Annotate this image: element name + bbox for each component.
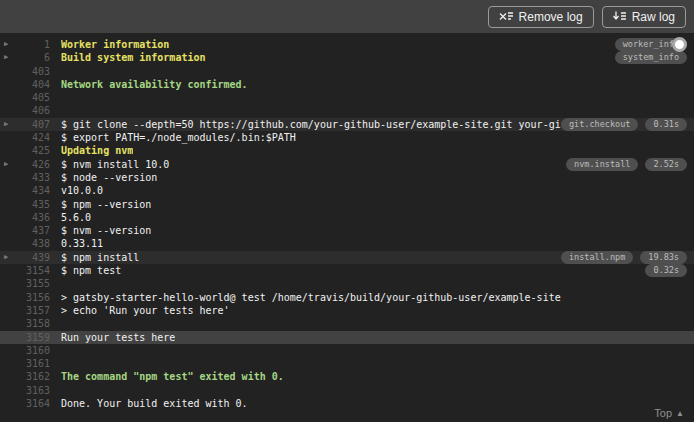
log-row: 405 [0,91,694,104]
line-number[interactable]: 3157 [16,304,50,317]
log-row: 3163 [0,384,694,397]
log-row: 3154$ npm test0.32s [0,264,694,277]
download-list-icon [613,11,626,22]
line-number[interactable]: 433 [16,171,50,184]
line-number[interactable]: 439 [16,251,50,264]
line-number[interactable]: 3154 [16,264,50,277]
log-row: ▶439$ npm installinstall.npm19.83s [0,251,694,264]
row-badges: system_info [615,51,694,64]
log-text: 5.6.0 [61,211,91,224]
line-number[interactable]: 403 [16,65,50,78]
remove-log-icon [499,11,513,22]
log-row: 3162The command "npm test" exited with 0… [0,370,694,383]
line-number[interactable]: 407 [16,118,50,131]
log-row: 433$ node --version [0,171,694,184]
log-text: Done. Your build exited with 0. [61,397,248,410]
log-text: v10.0.0 [61,184,103,197]
line-number[interactable]: 426 [16,158,50,171]
log-text: Network availability confirmed. [61,78,248,91]
log-text: $ nvm install 10.0 [61,158,169,171]
line-number[interactable]: 3156 [16,291,50,304]
line-number[interactable]: 3159 [16,331,50,344]
log-row: 4365.6.0 [0,211,694,224]
log-text: $ export PATH=./node_modules/.bin:$PATH [61,131,296,144]
log-text: The command "npm test" exited with 0. [61,370,284,383]
log-text: Worker information [61,38,169,51]
log-text: Build system information [61,51,206,64]
scroll-indicator[interactable] [672,37,687,52]
log-text: > gatsby-starter-hello-world@ test /home… [61,291,561,304]
fold-arrow-icon[interactable]: ▶ [0,158,16,171]
line-number[interactable]: 437 [16,224,50,237]
line-number[interactable]: 3164 [16,397,50,410]
line-number[interactable]: 406 [16,104,50,117]
line-number[interactable]: 425 [16,144,50,157]
log-text: > echo 'Run your tests here' [61,304,230,317]
line-number[interactable]: 436 [16,211,50,224]
log-row: 425Updating nvm [0,144,694,157]
fold-arrow-icon[interactable]: ▶ [0,118,16,131]
log-row: 434v10.0.0 [0,184,694,197]
log-row: 3156> gatsby-starter-hello-world@ test /… [0,291,694,304]
log-row: 4380.33.11 [0,237,694,250]
log-row: 3158 [0,317,694,330]
duration-badge: 19.83s [640,251,687,264]
raw-log-button[interactable]: Raw log [602,6,686,28]
log-row: 404Network availability confirmed. [0,78,694,91]
line-number[interactable]: 435 [16,198,50,211]
log-row: 3159Run your tests here [0,331,694,344]
line-number[interactable]: 404 [16,78,50,91]
log-row: 437$ nvm --version [0,224,694,237]
fold-arrow-icon[interactable]: ▶ [0,51,16,64]
log-row: ▶426$ nvm install 10.0nvm.install2.52s [0,158,694,171]
line-number[interactable]: 3155 [16,277,50,290]
line-number[interactable]: 3158 [16,317,50,330]
log-text: $ npm test [61,264,121,277]
raw-log-label: Raw log [632,10,675,24]
line-number[interactable]: 3161 [16,357,50,370]
log-row: ▶407$ git clone --depth=50 https://githu… [0,118,694,131]
duration-badge: 2.52s [645,158,687,171]
log-row: 3164Done. Your build exited with 0. [0,397,694,410]
line-number[interactable]: 438 [16,237,50,250]
line-number[interactable]: 434 [16,184,50,197]
remove-log-label: Remove log [519,10,583,24]
line-number[interactable]: 1 [16,38,50,51]
row-badges: nvm.install2.52s [566,158,694,171]
line-number[interactable]: 3163 [16,384,50,397]
log-text: 0.33.11 [61,237,103,250]
top-link-label: Top [654,407,672,419]
top-link[interactable]: Top ▲ [654,407,684,419]
remove-log-button[interactable]: Remove log [488,6,594,28]
line-number[interactable]: 3162 [16,370,50,383]
log-text: $ git clone --depth=50 https://github.co… [61,118,561,131]
fold-tag-badge: install.npm [561,251,633,264]
fold-arrow-icon[interactable]: ▶ [0,251,16,264]
log-text: $ nvm --version [61,224,151,237]
log-text: $ npm --version [61,198,151,211]
line-number[interactable]: 424 [16,131,50,144]
line-number[interactable]: 3160 [16,344,50,357]
line-number[interactable]: 6 [16,51,50,64]
log-row: 406 [0,104,694,117]
build-log-panel: Remove log Raw log ▶1Worker informationw… [0,0,694,422]
duration-badge: 0.31s [645,118,687,131]
log-row: 3155 [0,277,694,290]
row-badges: install.npm19.83s [561,251,694,264]
line-number[interactable]: 405 [16,91,50,104]
log-row: ▶1Worker informationworker_info [0,38,694,51]
log-row: 3157> echo 'Run your tests here' [0,304,694,317]
log-row: 424$ export PATH=./node_modules/.bin:$PA… [0,131,694,144]
log-text: $ node --version [61,171,157,184]
row-badges: git.checkout0.31s [561,118,694,131]
log-row: 403 [0,65,694,78]
log-row: 3161 [0,357,694,370]
fold-tag-badge: system_info [615,51,687,64]
log-toolbar: Remove log Raw log [0,0,694,33]
fold-tag-badge: git.checkout [561,118,638,131]
log-row: 3160 [0,344,694,357]
log-row: ▶6Build system informationsystem_info [0,51,694,64]
log-lines: ▶1Worker informationworker_info▶6Build s… [0,33,694,410]
fold-arrow-icon[interactable]: ▶ [0,38,16,51]
log-row: 435$ npm --version [0,198,694,211]
